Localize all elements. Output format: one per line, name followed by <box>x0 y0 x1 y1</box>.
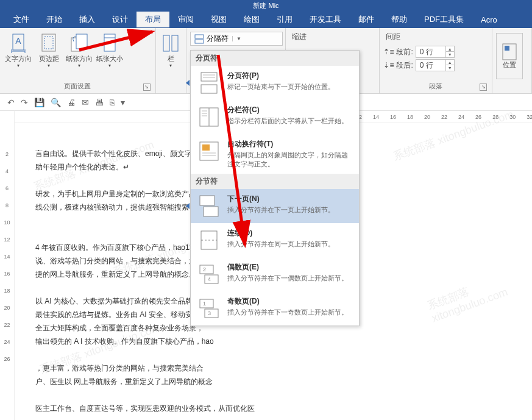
svg-rect-33 <box>205 275 218 283</box>
qat-item-3[interactable]: 🔍 <box>51 98 61 107</box>
qat-item-2[interactable]: 💾 <box>34 98 44 107</box>
option-title: 奇数页(D) <box>227 296 348 307</box>
qat-item-1[interactable]: ↷ <box>21 98 28 107</box>
doc-line: ，更丰富，游戏等热门分类的网站，与搜索完美结合 <box>35 362 522 374</box>
svg-rect-9 <box>172 35 178 51</box>
option-desc: 指示分栏符后面的文字将从下一栏开始。 <box>227 116 348 126</box>
break-option-next-page[interactable]: 下一页(N)插入分节符并在下一页上开始新节。 <box>191 189 359 223</box>
option-desc: 插入分节符并在下一页上开始新节。 <box>227 205 335 215</box>
option-title: 分页符(P) <box>227 71 335 81</box>
qat-item-4[interactable]: 🖨 <box>67 98 76 107</box>
indent-label: 缩进 <box>289 30 376 43</box>
page-break-icon <box>197 71 221 95</box>
svg-rect-6 <box>104 34 115 51</box>
group-label-paragraph: 段落↘ <box>383 82 488 92</box>
position-button[interactable]: 位置 <box>496 33 523 79</box>
svg-text:A: A <box>15 36 21 46</box>
margins-button[interactable]: 页边距▾ <box>34 30 63 68</box>
svg-rect-14 <box>201 73 217 81</box>
column-break-icon <box>197 105 221 129</box>
tab-引用[interactable]: 引用 <box>268 12 301 27</box>
spacing-label: 间距 <box>383 30 488 44</box>
tab-设计[interactable]: 设计 <box>104 12 137 27</box>
qat-item-6[interactable]: 🖶 <box>95 98 104 107</box>
spacing-after-input[interactable]: 0 行▲▼ <box>416 59 455 71</box>
option-title: 下一页(N) <box>227 194 335 204</box>
doc-line <box>35 349 522 361</box>
svg-rect-11 <box>195 40 204 43</box>
svg-rect-5 <box>76 34 87 49</box>
option-desc: 分隔网页上的对象周围的文字，如分隔题注文字与正文。 <box>227 151 353 169</box>
vertical-ruler[interactable]: 2468101214161820222426 <box>0 111 15 420</box>
option-title: 自动换行符(T) <box>227 139 353 149</box>
spacing-before-icon: ⇡≡ <box>383 48 394 56</box>
page-setup-launcher-icon[interactable]: ↘ <box>143 84 151 91</box>
breaks-button[interactable]: 分隔符▼ <box>190 32 283 46</box>
svg-rect-8 <box>163 35 169 51</box>
doc-line: 输出领先的 A I 技术收购。作为自度旗下核心产品，hao <box>35 335 522 347</box>
title-bar: 新建 Mic <box>0 0 532 11</box>
svg-rect-3 <box>44 37 53 49</box>
dropdown-header: 分节符 <box>191 174 359 189</box>
tab-视图[interactable]: 视图 <box>202 12 235 27</box>
break-option-odd-page[interactable]: 13奇数页(D)插入分节符并在下一奇数页上开始新节。 <box>191 291 359 326</box>
tab-PDF工具集[interactable]: PDF工具集 <box>416 12 472 27</box>
tab-绘图[interactable]: 绘图 <box>235 12 268 27</box>
break-option-page-break[interactable]: 分页符(P)标记一页结束与下一页开始的位置。 <box>191 66 359 100</box>
option-desc: 标记一页结束与下一页开始的位置。 <box>227 82 335 91</box>
breaks-dropdown: 分页符分页符(P)标记一页结束与下一页开始的位置。分栏符(C)指示分栏符后面的文… <box>190 50 360 326</box>
even-page-icon: 24 <box>197 262 221 287</box>
tab-帮助[interactable]: 帮助 <box>383 12 416 27</box>
option-title: 偶数页(E) <box>227 262 348 272</box>
size-button[interactable]: 纸张大小▾ <box>95 30 124 68</box>
tab-开始[interactable]: 开始 <box>38 12 71 27</box>
qat-item-7[interactable]: ⎘ <box>110 98 115 107</box>
doc-line <box>35 389 522 401</box>
tab-邮件[interactable]: 邮件 <box>350 12 383 27</box>
orientation-button[interactable]: 纸张方向▾ <box>65 30 94 68</box>
option-desc: 插入分节符并在下一奇数页上开始新节。 <box>227 308 348 317</box>
qat-item-0[interactable]: ↶ <box>7 98 15 107</box>
doc-line: 户、医生以 网上导航服务，重新定义了上网导航的概念 <box>35 376 522 388</box>
break-option-even-page[interactable]: 24偶数页(E)插入分节符并在下一偶数页上开始新节。 <box>191 257 359 291</box>
svg-text:3: 3 <box>208 310 211 316</box>
text-wrapping-break-icon <box>197 139 221 163</box>
ribbon-tabs: 文件开始插入设计布局审阅视图绘图引用开发工具邮件帮助PDF工具集Acro <box>0 11 532 28</box>
columns-button[interactable]: 栏▾ <box>160 30 182 68</box>
svg-rect-37 <box>205 309 218 318</box>
group-label-page-setup: 页面设置↘ <box>4 82 152 92</box>
qat-item-5[interactable]: ✉ <box>82 98 89 107</box>
svg-rect-13 <box>505 46 509 51</box>
svg-rect-28 <box>204 207 218 216</box>
option-title: 连续(O) <box>227 228 335 238</box>
svg-rect-24 <box>202 144 210 151</box>
dropdown-header: 分页符 <box>191 51 359 66</box>
break-option-continuous[interactable]: 连续(O)插入分节符并在同一页上开始新节。 <box>191 223 359 257</box>
breaks-icon <box>194 34 204 44</box>
option-desc: 插入分节符并在同一页上开始新节。 <box>227 240 335 249</box>
svg-text:2: 2 <box>203 266 206 272</box>
tab-开发工具[interactable]: 开发工具 <box>301 12 350 27</box>
continuous-icon <box>197 228 221 252</box>
svg-rect-27 <box>200 196 215 205</box>
tab-布局[interactable]: 布局 <box>137 12 169 27</box>
doc-line: 医主工作台、自度直达号等，实现医患双迎的业务模式，从而优化医 <box>35 402 522 415</box>
tab-Acro[interactable]: Acro <box>472 13 506 27</box>
option-desc: 插入分节符并在下一偶数页上开始新节。 <box>227 274 348 283</box>
qat-item-8[interactable]: ▾ <box>121 98 125 107</box>
tab-插入[interactable]: 插入 <box>71 12 104 27</box>
tab-审阅[interactable]: 审阅 <box>169 12 202 27</box>
svg-rect-31 <box>200 265 213 274</box>
spacing-after-icon: ⇣≡ <box>383 61 394 69</box>
svg-rect-10 <box>195 35 204 38</box>
odd-page-icon: 13 <box>197 296 221 321</box>
break-option-column-break[interactable]: 分栏符(C)指示分栏符后面的文字将从下一栏开始。 <box>191 100 359 134</box>
text-direction-button[interactable]: A文字方向▾ <box>4 30 33 68</box>
chevron-down-icon: ▼ <box>232 36 241 41</box>
paragraph-launcher-icon[interactable]: ↘ <box>480 84 487 91</box>
svg-text:4: 4 <box>208 276 211 282</box>
spacing-before-input[interactable]: 0 行▲▼ <box>416 46 455 58</box>
break-option-text-wrapping-break[interactable]: 自动换行符(T)分隔网页上的对象周围的文字，如分隔题注文字与正文。 <box>191 134 359 174</box>
svg-text:1: 1 <box>203 301 206 307</box>
tab-文件[interactable]: 文件 <box>5 12 38 27</box>
